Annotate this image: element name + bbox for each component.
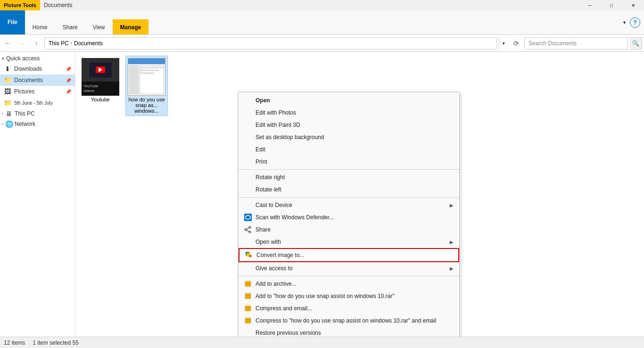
youtube-play-icon bbox=[96, 66, 105, 73]
context-menu: Open Edit with Photos Edit with Paint 3D… bbox=[238, 92, 460, 337]
ctx-restore-versions[interactable]: Restore previous versions bbox=[239, 327, 459, 337]
title-ribbon-tabs: Picture Tools bbox=[0, 0, 40, 10]
sidebar-section-label-quick-access: Quick access bbox=[6, 55, 40, 62]
svg-line-5 bbox=[247, 228, 249, 229]
help-button[interactable]: ? bbox=[630, 17, 640, 28]
app-title: Documents bbox=[40, 2, 579, 8]
ctx-compress-rar-email-icon bbox=[244, 317, 252, 324]
ctx-print[interactable]: Print bbox=[239, 156, 459, 168]
address-path[interactable]: This PC › Documents bbox=[44, 37, 497, 50]
back-button[interactable]: ← bbox=[2, 37, 14, 50]
ctx-give-access[interactable]: Give access to ▶ bbox=[239, 262, 459, 274]
tab-view[interactable]: View bbox=[85, 19, 113, 34]
ctx-cast-device-arrow: ▶ bbox=[450, 203, 454, 208]
sidebar-item-pictures[interactable]: 🖼 Pictures 📌 bbox=[0, 86, 75, 97]
network-icon: 🌐 bbox=[5, 120, 13, 128]
ctx-edit[interactable]: Edit bbox=[239, 143, 459, 156]
address-part-documents: Documents bbox=[74, 40, 103, 47]
ctx-scan-defender[interactable]: Scan with Windows Defender... bbox=[239, 211, 459, 224]
ctx-edit-icon bbox=[244, 146, 252, 153]
svg-rect-12 bbox=[245, 284, 251, 285]
sidebar-item-label-downloads: Downloads bbox=[14, 66, 42, 72]
thispc-icon: 🖥 bbox=[5, 110, 13, 117]
sidebar-section-label-network: Network bbox=[15, 121, 35, 127]
search-input[interactable]: Search Documents bbox=[524, 37, 628, 50]
svg-rect-11 bbox=[245, 282, 251, 283]
ctx-add-archive[interactable]: Add to archive... bbox=[239, 278, 459, 290]
minimize-button[interactable]: ─ bbox=[579, 0, 601, 10]
ctx-edit-label: Edit bbox=[256, 146, 265, 153]
svg-rect-21 bbox=[245, 321, 251, 322]
status-selected-info: 1 item selected 55 bbox=[33, 340, 78, 346]
ctx-rotate-right-icon bbox=[244, 174, 252, 181]
ctx-print-icon bbox=[244, 158, 252, 166]
ctx-rotate-left[interactable]: Rotate left bbox=[239, 183, 459, 196]
ctx-edit-paint3d[interactable]: Edit with Paint 3D bbox=[239, 119, 459, 131]
forward-button[interactable]: → bbox=[16, 37, 28, 50]
ctx-rotate-right[interactable]: Rotate right bbox=[239, 171, 459, 183]
5thjune-icon: 📁 bbox=[4, 99, 11, 107]
tab-share[interactable]: Share bbox=[55, 19, 85, 34]
svg-rect-16 bbox=[245, 306, 251, 311]
search-button[interactable]: 🔍 bbox=[630, 37, 642, 50]
expand-arrow-network: › bbox=[2, 122, 3, 126]
maximize-button[interactable]: □ bbox=[601, 0, 622, 10]
sidebar-section-quick-access[interactable]: ▾ Quick access bbox=[0, 54, 75, 63]
ctx-share-label: Share bbox=[256, 226, 271, 233]
address-bar: ← → ↑ This PC › Documents ▾ ⟳ Search Doc… bbox=[0, 35, 644, 52]
ctx-cast-device[interactable]: Cast to Device ▶ bbox=[239, 199, 459, 211]
sidebar-section-thispc[interactable]: › 🖥 This PC bbox=[0, 108, 75, 119]
ctx-sep-1 bbox=[239, 169, 459, 170]
ctx-convert-image[interactable]: Convert image to... bbox=[239, 248, 459, 262]
svg-rect-14 bbox=[245, 295, 251, 296]
svg-point-3 bbox=[249, 231, 251, 233]
ribbon-expand-button[interactable]: ▾ bbox=[620, 19, 628, 26]
svg-rect-15 bbox=[245, 297, 251, 298]
ctx-open-icon bbox=[244, 97, 252, 104]
ctx-add-rar-icon bbox=[244, 292, 252, 300]
window-controls: ─ □ ✕ bbox=[579, 0, 644, 10]
tab-home[interactable]: Home bbox=[25, 19, 55, 34]
ctx-edit-photos[interactable]: Edit with Photos bbox=[239, 107, 459, 119]
ctx-open-with[interactable]: Open with ▶ bbox=[239, 236, 459, 248]
sidebar-item-downloads[interactable]: ⬇ Downloads 📌 bbox=[0, 63, 75, 75]
sidebar-item-label-5thjune: 5th June - 5th July bbox=[14, 100, 53, 106]
file-item-screenshot[interactable]: how do you use snap as... windows... bbox=[125, 56, 168, 116]
ctx-compress-email-label: Compress and email... bbox=[256, 305, 312, 312]
screenshot-thumbnail bbox=[128, 58, 165, 96]
address-dropdown-button[interactable]: ▾ bbox=[499, 37, 508, 50]
sidebar-section-network[interactable]: › 🌐 Network bbox=[0, 119, 75, 129]
ribbon: File Home Share View Manage ▾ ? bbox=[0, 10, 644, 35]
svg-rect-19 bbox=[245, 318, 251, 323]
close-button[interactable]: ✕ bbox=[622, 0, 644, 10]
ctx-add-rar[interactable]: Add to "how do you use snap assist on wi… bbox=[239, 290, 459, 302]
pin-icon-pictures: 📌 bbox=[66, 89, 71, 94]
sidebar-item-documents[interactable]: 📁 Documents 📌 bbox=[0, 75, 75, 86]
ctx-compress-rar-email-label: Compress to "how do you use snap assist … bbox=[256, 317, 436, 324]
ctx-rotate-left-label: Rotate left bbox=[256, 186, 281, 193]
pictures-icon: 🖼 bbox=[4, 88, 11, 95]
ctx-compress-rar-email[interactable]: Compress to "how do you use snap assist … bbox=[239, 315, 459, 327]
ctx-open[interactable]: Open bbox=[239, 94, 459, 107]
ctx-compress-email[interactable]: Compress and email... bbox=[239, 302, 459, 315]
expand-arrow-quick-access: ▾ bbox=[2, 56, 4, 61]
ctx-share[interactable]: Share bbox=[239, 224, 459, 236]
youtube-thumb-text: YouTubevideos bbox=[83, 84, 98, 93]
sidebar-item-label-documents: Documents bbox=[14, 77, 43, 83]
file-name-screenshot: how do you use snap as... windows... bbox=[128, 97, 165, 114]
ctx-set-desktop[interactable]: Set as desktop background bbox=[239, 131, 459, 143]
up-button[interactable]: ↑ bbox=[30, 37, 42, 50]
sidebar-item-5thjune[interactable]: 📁 5th June - 5th July bbox=[0, 97, 75, 108]
tab-file[interactable]: File bbox=[0, 10, 25, 34]
ctx-cast-device-icon bbox=[244, 201, 252, 209]
expand-arrow-thispc: › bbox=[2, 111, 3, 116]
search-placeholder: Search Documents bbox=[528, 40, 577, 47]
youtube-thumb-bottom: YouTubevideos bbox=[82, 82, 119, 96]
documents-icon: 📁 bbox=[4, 76, 11, 84]
ctx-convert-image-label: Convert image to... bbox=[256, 252, 304, 258]
refresh-button[interactable]: ⟳ bbox=[510, 37, 522, 50]
tab-manage[interactable]: Manage bbox=[113, 19, 149, 34]
file-item-youtube[interactable]: YouTubevideos Youtube bbox=[79, 56, 122, 116]
ctx-sep-3 bbox=[239, 276, 459, 276]
ctx-give-access-label: Give access to bbox=[256, 265, 293, 272]
